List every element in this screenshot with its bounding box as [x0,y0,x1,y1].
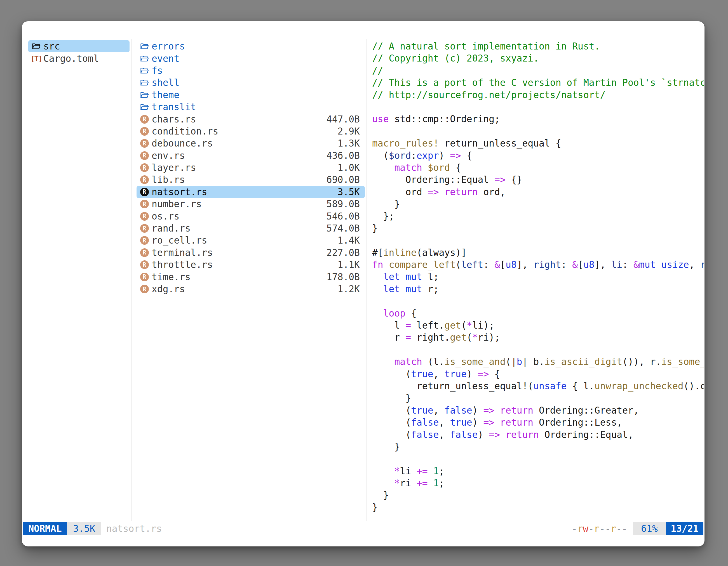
rust-file-icon: R [139,261,149,269]
file-row[interactable]: Rcondition.rs2.9K [137,125,365,137]
folder-row[interactable]: event [137,52,365,64]
code-line [372,453,704,465]
item-label: env.rs [152,150,185,161]
item-label: src [43,41,60,52]
file-row[interactable]: Rnumber.rs589.0B [137,198,365,210]
item-label: time.rs [152,272,191,283]
item-size: 574.0B [327,223,360,234]
status-bar-left: NORMAL 3.5K natsort.rs [23,522,162,535]
rust-file-icon: R [139,273,149,281]
code-line: *li += 1; [372,465,704,477]
item-size: 178.0B [327,272,360,283]
item-label: number.rs [152,199,202,210]
item-label: event [152,53,179,64]
code-line [372,125,704,137]
status-file-name: natsort.rs [106,522,162,535]
code-line: macro_rules! return_unless_equal { [372,137,704,149]
file-row[interactable]: Rthrottle.rs1.1K [137,259,365,271]
code-line: // [372,65,704,77]
code-line: (true, false) => return Ordering::Greate… [372,404,704,416]
item-label: theme [152,90,179,100]
file-row[interactable]: Rro_cell.rs1.4K [137,234,365,247]
rust-file-icon: R [139,200,149,208]
folder-row[interactable]: shell [137,77,365,89]
folder-open-icon [139,78,149,87]
file-row[interactable]: Rrand.rs574.0B [137,222,365,234]
item-size: 2.9K [338,126,360,137]
code-line: fn compare_left(left: &[u8], right: &[u8… [372,259,704,271]
item-label: debounce.rs [152,138,213,149]
code-line: l = left.get(*li); [372,319,704,331]
code-line: }; [372,210,704,222]
rust-file-icon: R [139,151,149,160]
folder-open-icon [139,90,149,100]
code-line: ord => return ord, [372,186,704,198]
item-label: natsort.rs [152,187,207,198]
rust-file-icon: R [139,285,149,293]
pane-divider-right [367,39,367,521]
item-size: 690.0B [327,174,360,185]
file-row[interactable]: Rdebounce.rs1.3K [137,137,365,149]
code-line: // A natural sort implementation in Rust… [372,40,704,52]
file-row[interactable]: Rtime.rs178.0B [137,271,365,283]
code-line: } [372,222,704,234]
folder-open-icon [31,42,41,51]
item-label: lib.rs [152,174,185,185]
code-line: r = right.get(*ri); [372,331,704,343]
item-label: throttle.rs [152,259,213,270]
code-line: (true, true) => { [372,368,704,380]
rust-file-icon: R [139,139,149,148]
item-label: ro_cell.rs [152,235,207,246]
file-row[interactable]: Renv.rs436.0B [137,150,365,162]
code-line: return_unless_equal!(unsafe { l.unwrap_u… [372,380,704,392]
file-row[interactable]: Rlib.rs690.0B [137,174,365,186]
parent-pane: src[T]Cargo.toml [28,40,130,65]
folder-row[interactable]: errors [137,40,365,52]
code-line [372,295,704,307]
item-label: xdg.rs [152,283,185,294]
rust-file-icon: R [139,248,149,257]
folder-open-icon [139,102,149,112]
item-label: chars.rs [152,114,196,125]
folder-row[interactable]: theme [137,89,365,101]
code-line: // This is a port of the C version of Ma… [372,77,704,89]
code-line: // http://sourcefrog.net/projects/natsor… [372,89,704,101]
code-line: loop { [372,307,704,319]
item-size: 436.0B [327,150,360,161]
code-line: match (l.is_some_and(|b| b.is_ascii_digi… [372,356,704,368]
code-line [372,234,704,247]
rust-file-icon: R [139,163,149,172]
code-line: match $ord { [372,162,704,174]
code-line [372,344,704,356]
file-row[interactable]: Rchars.rs447.0B [137,113,365,125]
rust-file-icon: R [139,115,149,124]
folder-open-icon [139,54,149,63]
code-line: } [372,489,704,501]
code-line: // Copyright (c) 2023, sxyazi. [372,52,704,64]
file-row[interactable]: Ros.rs546.0B [137,210,365,222]
cursor-position-badge: 13/21 [666,522,703,535]
file-row[interactable]: Rxdg.rs1.2K [137,283,365,295]
code-line: ($ord:expr) => { [372,150,704,162]
folder-row[interactable]: fs [137,65,365,77]
code-line: } [372,198,704,210]
item-size: 3.5K [338,187,360,198]
folder-row-selected[interactable]: src [28,40,130,52]
scroll-percent-badge: 61% [633,522,666,535]
file-row-selected[interactable]: Rnatsort.rs3.5K [137,186,365,198]
rust-file-icon: R [139,175,149,184]
file-row[interactable]: Rterminal.rs227.0B [137,247,365,259]
item-label: terminal.rs [152,247,213,258]
file-row[interactable]: [T]Cargo.toml [28,52,130,64]
file-row[interactable]: Rlayer.rs1.0K [137,162,365,174]
preview-pane[interactable]: // A natural sort implementation in Rust… [372,40,704,513]
file-size-badge: 3.5K [67,522,101,535]
toml-file-icon: [T] [31,54,41,63]
item-size: 1.4K [338,235,360,246]
rust-file-icon: R [139,212,149,221]
code-line: #[inline(always)] [372,247,704,259]
item-label: Cargo.toml [43,53,99,64]
folder-row[interactable]: translit [137,101,365,113]
folder-open-icon [139,66,149,75]
code-line: (false, false) => return Ordering::Equal… [372,429,704,441]
